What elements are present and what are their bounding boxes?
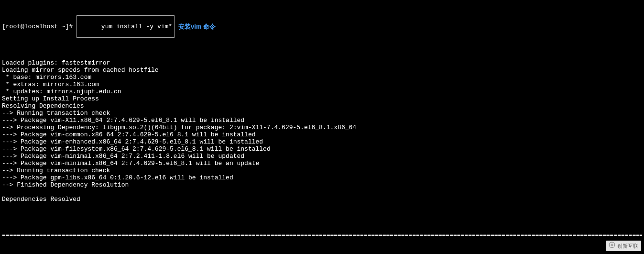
output-line [2, 203, 642, 210]
divider-top: ========================================… [2, 232, 642, 239]
output-line: * updates: mirrors.njupt.edu.cn [2, 88, 642, 95]
output-line: --> Processing Dependency: libgpm.so.2()… [2, 124, 642, 131]
command-highlight-box: yum install -y vim* [76, 15, 175, 38]
output-line: Loaded plugins: fastestmirror [2, 59, 642, 66]
annotation-label: 安装vim 命令 [178, 23, 216, 30]
watermark-badge: 创新互联 [606, 241, 641, 251]
output-line: Resolving Dependencies [2, 102, 642, 110]
output-line: ---> Package gpm-libs.x86_64 0:1.20.6-12… [2, 174, 642, 181]
output-line: ---> Package vim-minimal.x86_64 2:7.2.41… [2, 153, 642, 160]
output-line: Setting up Install Process [2, 95, 642, 102]
terminal-output[interactable]: [root@localhost ~]# yum install -y vim* … [0, 0, 644, 254]
output-line: --> Finished Dependency Resolution [2, 181, 642, 188]
output-line: ---> Package vim-X11.x86_64 2:7.4.629-5.… [2, 117, 642, 124]
output-line: --> Running transaction check [2, 110, 642, 117]
output-line: * extras: mirrors.163.com [2, 81, 642, 88]
output-line: ---> Package vim-common.x86_64 2:7.4.629… [2, 131, 642, 138]
command-text: yum install -y vim* [101, 23, 172, 30]
watermark-icon [609, 242, 615, 250]
output-line: * base: mirrors.163.com [2, 74, 642, 81]
output-line: Loading mirror speeds from cached hostfi… [2, 66, 642, 74]
shell-prompt: [root@localhost ~]# [2, 23, 73, 30]
output-line [2, 188, 642, 196]
watermark-text: 创新互联 [617, 243, 638, 250]
output-line: Dependencies Resolved [2, 196, 642, 203]
output-line: ---> Package vim-minimal.x86_64 2:7.4.62… [2, 160, 642, 167]
output-line: ---> Package vim-enhanced.x86_64 2:7.4.6… [2, 138, 642, 145]
output-line: ---> Package vim-filesystem.x86_64 2:7.4… [2, 145, 642, 153]
output-line: --> Running transaction check [2, 167, 642, 174]
